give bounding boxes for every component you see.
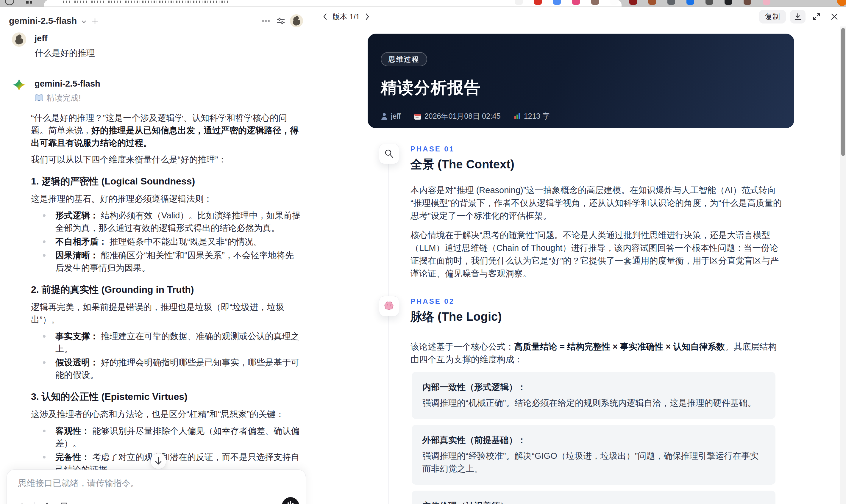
chat-panel: gemini-2.5-flash jeff 什么是好的推理 xyxy=(0,7,312,504)
extension-icon[interactable] xyxy=(591,0,599,5)
person-icon xyxy=(381,112,388,120)
list-item: 因果清晰： 能准确区分“相关性”和“因果关系”，不会轻率地将先后发生的事情归为因… xyxy=(31,249,301,274)
user-message: jeff 什么是好的推理 xyxy=(12,32,301,59)
scrollbar-track[interactable] xyxy=(840,26,846,504)
meta-author: jeff xyxy=(381,112,401,121)
report-header: 版本 1/1 复制 xyxy=(312,7,846,26)
bullet-list: 形式逻辑： 结构必须有效（Valid）。比如演绎推理中，如果前提全部为真，那么通… xyxy=(31,209,301,274)
list-item: 事实支撑： 推理建立在可靠的数据、准确的观测或公认的真理之上。 xyxy=(31,330,301,355)
prev-version-icon[interactable] xyxy=(322,13,328,20)
address-bar-text xyxy=(63,1,230,3)
report-content[interactable]: 思维过程 精读分析报告 jeff 2026年01月08日 02:45 1213 … xyxy=(312,26,840,504)
version-label: 版本 1/1 xyxy=(333,12,360,22)
chat-header: gemini-2.5-flash xyxy=(0,11,312,31)
extension-icon[interactable] xyxy=(648,0,656,5)
report-type-badge: 思维过程 xyxy=(381,52,427,66)
extension-icon[interactable] xyxy=(610,0,618,5)
phase-paragraph: 本内容是对“推理 (Reasoning)”这一抽象概念的高层建模。在知识爆炸与人… xyxy=(410,184,784,222)
conversation-title[interactable]: gemini-2.5-flash xyxy=(9,16,77,26)
brain-icon xyxy=(379,296,399,316)
meta-word-count: 1213 字 xyxy=(514,111,550,121)
extension-icon[interactable] xyxy=(725,0,732,5)
settings-sliders-icon[interactable] xyxy=(276,16,286,26)
extension-icon[interactable] xyxy=(515,0,523,5)
meta-date: 2026年01月08日 02:45 xyxy=(414,111,501,121)
download-icon xyxy=(794,13,802,21)
extension-icon[interactable] xyxy=(572,0,580,5)
scroll-to-bottom-button[interactable] xyxy=(150,453,166,469)
phase-paragraph: 核心情境在于解决“思考的随意性”问题。不论是人类通过批判性思维进行决策，还是大语… xyxy=(410,229,784,280)
extension-icon[interactable] xyxy=(763,0,770,5)
avatar-ink-figure xyxy=(290,14,303,28)
extension-icon[interactable] xyxy=(629,0,637,5)
close-button[interactable] xyxy=(828,10,841,23)
message-composer[interactable] xyxy=(6,469,306,504)
assistant-name: gemini-2.5-flash xyxy=(35,78,100,90)
phase-lead-paragraph: 该论述基于一个核心公式：高质量结论 = 结构完整性 × 事实准确性 × 认知自律… xyxy=(410,340,784,366)
next-version-icon[interactable] xyxy=(365,13,370,20)
paragraph: 我们可以从以下四个维度来衡量什么是“好的推理”： xyxy=(31,153,301,166)
reload-icon[interactable] xyxy=(5,0,14,5)
report-controls: 复制 xyxy=(759,10,841,23)
expand-button[interactable] xyxy=(810,10,823,23)
dimension-card-2: 外部真实性（前提基础）： 强调推理的“经验校准”。解决“GIGO（垃圾进，垃圾出… xyxy=(412,425,775,485)
report-panel: 版本 1/1 复制 思维过程 精读分析报告 jeff xyxy=(312,7,846,504)
paragraph: 这是推理的基石。好的推理必须遵循逻辑法则： xyxy=(31,193,301,205)
phase-title: 脉络 (The Logic) xyxy=(410,308,784,325)
chat-messages[interactable]: jeff 什么是好的推理 gemini-2.5-flash 精读完 xyxy=(0,31,312,504)
paragraph: 这涉及推理者的心态和方法论，也是区分“杠精”和“思想家”的关键： xyxy=(31,408,301,420)
bar-chart-icon xyxy=(514,113,521,120)
extension-icon[interactable] xyxy=(744,0,751,5)
assistant-message: gemini-2.5-flash 精读完成! xyxy=(12,78,301,103)
calendar-icon xyxy=(414,112,422,120)
bookmark-icon[interactable] xyxy=(59,502,69,504)
report-title: 精读分析报告 xyxy=(381,77,780,99)
apps-grid-icon[interactable] xyxy=(26,0,35,5)
chat-input[interactable] xyxy=(18,478,281,488)
phase-label: PHASE 01 xyxy=(410,145,784,153)
more-options-icon[interactable] xyxy=(261,18,271,23)
assistant-status: 精读完成! xyxy=(35,92,100,103)
voice-input-button[interactable] xyxy=(282,497,299,504)
extension-icon[interactable] xyxy=(553,0,561,5)
copy-button[interactable]: 复制 xyxy=(759,10,786,23)
version-navigator: 版本 1/1 xyxy=(322,12,370,22)
user-name: jeff xyxy=(35,32,95,44)
user-avatar[interactable] xyxy=(290,14,303,28)
extension-icon-profile[interactable] xyxy=(837,0,846,6)
expand-icon xyxy=(812,12,821,21)
assistant-message-content: “什么是好的推理？”这是一个涉及逻辑学、认知科学和哲学核心的问题。简单来说，好的… xyxy=(31,112,301,504)
extension-icon[interactable] xyxy=(667,0,675,5)
extension-icons xyxy=(515,0,770,5)
user-message-text: 什么是好的推理 xyxy=(35,47,95,59)
list-item: 假设透明： 好的推理会明确指明哪些是已知事实，哪些是基于可能的假设。 xyxy=(31,356,301,381)
list-item: 不自相矛盾： 推理链条中不能出现“既是又非”的情况。 xyxy=(31,235,301,248)
download-button[interactable] xyxy=(790,10,806,23)
gemini-star-icon xyxy=(12,78,26,92)
user-avatar xyxy=(12,32,26,47)
extension-icon[interactable] xyxy=(686,0,694,5)
section-heading: 2. 前提的真实性 (Grounding in Truth) xyxy=(31,283,301,296)
chevron-down-icon[interactable] xyxy=(81,19,87,25)
extension-icon[interactable] xyxy=(534,0,542,5)
phase-section-2: PHASE 02 脉络 (The Logic) 该论述基于一个核心公式：高质量结… xyxy=(379,296,784,504)
paragraph: “什么是好的推理？”这是一个涉及逻辑学、认知科学和哲学核心的问题。简单来说，好的… xyxy=(31,112,301,149)
arrow-down-icon xyxy=(155,457,162,466)
report-hero-card: 思维过程 精读分析报告 jeff 2026年01月08日 02:45 1213 … xyxy=(368,34,794,128)
section-heading: 3. 认知的公正性 (Epistemic Virtues) xyxy=(31,390,301,403)
phase-timeline: PHASE 01 全景 (The Context) 本内容是对“推理 (Reas… xyxy=(379,128,784,504)
attach-plus-icon[interactable] xyxy=(18,502,27,504)
divider xyxy=(34,502,35,504)
book-icon xyxy=(35,94,43,102)
scrollbar-thumb[interactable] xyxy=(841,28,845,156)
avatar-ink-figure xyxy=(12,33,26,47)
paragraph: 逻辑再完美，如果前提是错误的，推理也是垃圾（即“垃圾进，垃圾出”）。 xyxy=(31,301,301,326)
bullet-list: 事实支撑： 推理建立在可靠的数据、准确的观测或公认的真理之上。 假设透明： 好的… xyxy=(31,330,301,381)
dimension-card-1: 内部一致性（形式逻辑）： 强调推理的“机械正确”。结论必须在给定的规则系统内逻辑… xyxy=(412,372,775,419)
skills-sparkle-icon[interactable] xyxy=(42,502,52,504)
magnifier-icon xyxy=(379,144,399,164)
report-meta: jeff 2026年01月08日 02:45 1213 字 xyxy=(381,111,780,121)
new-chat-icon[interactable] xyxy=(91,17,99,25)
extension-icon[interactable] xyxy=(705,0,713,5)
phase-title: 全景 (The Context) xyxy=(410,156,784,173)
